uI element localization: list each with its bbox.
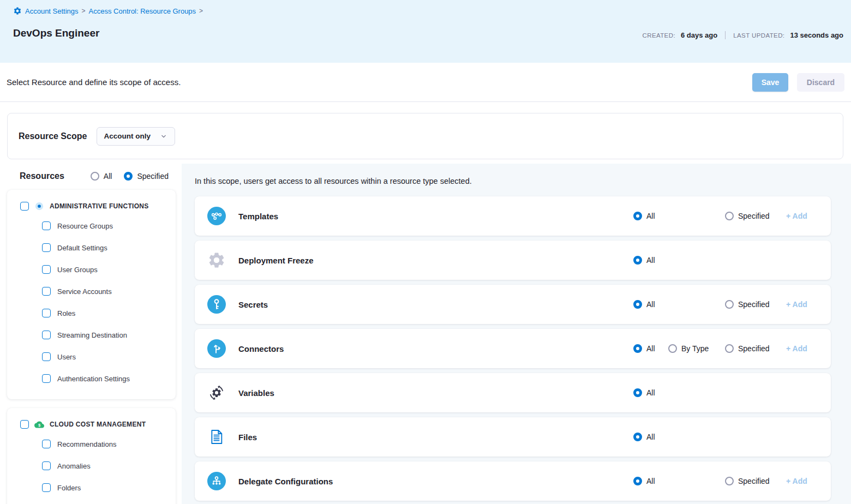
resource-row-label: Deployment Freeze bbox=[238, 256, 314, 265]
group-checkbox[interactable] bbox=[20, 420, 29, 429]
resource-type-item[interactable]: Recommendations bbox=[7, 433, 176, 455]
radio-all[interactable]: All bbox=[633, 300, 668, 309]
resource-type-item[interactable]: Default Settings bbox=[7, 237, 176, 259]
item-label: Folders bbox=[57, 484, 81, 492]
radio-circle[interactable] bbox=[633, 388, 642, 397]
header-meta: CREATED: 6 days ago LAST UPDATED: 13 sec… bbox=[643, 31, 844, 39]
radio-all[interactable]: All bbox=[633, 256, 668, 265]
radio-circle[interactable] bbox=[633, 477, 642, 485]
radio-circle[interactable] bbox=[633, 433, 642, 441]
resource-type-item[interactable]: Service Accounts bbox=[7, 280, 176, 302]
radio-circle[interactable] bbox=[633, 300, 642, 309]
item-label: Default Settings bbox=[57, 244, 107, 252]
discard-button[interactable]: Discard bbox=[797, 73, 844, 92]
resource-type-item[interactable]: Users bbox=[7, 346, 176, 368]
radio-label: Specified bbox=[738, 477, 770, 485]
resource-group-card: $ CLOUD COST MANAGEMENT Recommendations … bbox=[7, 408, 176, 504]
breadcrumb-separator: > bbox=[82, 7, 86, 15]
resource-scope-card: Resource Scope Account only bbox=[7, 113, 843, 159]
row-scope-controls: All By Type Specified + Add bbox=[633, 344, 809, 353]
resource-type-item[interactable]: Streaming Destination bbox=[7, 324, 176, 346]
item-label: User Groups bbox=[57, 266, 98, 274]
item-checkbox[interactable] bbox=[42, 374, 51, 383]
radio-label: Specified bbox=[738, 344, 770, 353]
admin-functions-icon bbox=[34, 201, 44, 211]
item-label: Streaming Destination bbox=[57, 331, 127, 339]
resource-row-label: Files bbox=[238, 433, 257, 442]
resource-scope-value: Account only bbox=[104, 132, 151, 140]
templates-icon bbox=[207, 206, 226, 226]
item-checkbox[interactable] bbox=[42, 461, 51, 470]
item-checkbox[interactable] bbox=[42, 440, 51, 448]
group-checkbox[interactable] bbox=[20, 202, 29, 211]
item-checkbox[interactable] bbox=[42, 331, 51, 339]
radio-circle[interactable] bbox=[91, 172, 99, 181]
breadcrumb-link[interactable]: Account Settings bbox=[25, 7, 79, 15]
radio-all[interactable]: All bbox=[633, 212, 668, 220]
item-checkbox[interactable] bbox=[42, 309, 51, 317]
radio-label: All bbox=[646, 344, 655, 353]
created-value: 6 days ago bbox=[681, 31, 717, 39]
add-button[interactable]: + Add bbox=[786, 300, 807, 309]
resources-panel: Resources All Specified ADMINISTRATIVE F… bbox=[7, 164, 182, 504]
secrets-icon bbox=[207, 295, 226, 314]
radio-label: All bbox=[646, 212, 655, 220]
created-label: CREATED: bbox=[643, 32, 676, 39]
settings-gear-icon bbox=[13, 7, 22, 15]
resource-scope-select[interactable]: Account only bbox=[97, 127, 175, 146]
save-button[interactable]: Save bbox=[752, 73, 788, 92]
radio-all[interactable]: All bbox=[633, 388, 668, 397]
radio-specified[interactable]: Specified bbox=[725, 344, 786, 353]
radio-label: All bbox=[646, 300, 655, 309]
add-button[interactable]: + Add bbox=[786, 477, 807, 485]
page-header: Account Settings>Access Control: Resourc… bbox=[0, 0, 851, 63]
resource-type-item[interactable]: Authentication Settings bbox=[7, 368, 176, 389]
radio-specified[interactable]: Specified bbox=[725, 300, 786, 309]
radio-all-resources[interactable]: All bbox=[91, 172, 112, 181]
resources-header: Resources All Specified bbox=[7, 171, 182, 181]
radio-all[interactable]: All bbox=[633, 477, 668, 485]
item-checkbox[interactable] bbox=[42, 243, 51, 252]
resources-title: Resources bbox=[20, 171, 64, 181]
radio-circle[interactable] bbox=[725, 300, 734, 309]
radio-circle[interactable] bbox=[668, 344, 677, 353]
radio-label: All bbox=[646, 388, 655, 397]
item-label: Recommendations bbox=[57, 440, 116, 448]
item-label: Service Accounts bbox=[57, 287, 112, 296]
row-scope-controls: All Specified + Add bbox=[633, 211, 809, 221]
toolbar-actions: Save Discard bbox=[752, 73, 844, 92]
radio-circle[interactable] bbox=[633, 344, 642, 353]
resource-type-item[interactable]: Roles bbox=[7, 302, 176, 324]
resource-type-item[interactable]: User Groups bbox=[7, 259, 176, 280]
updated-label: LAST UPDATED: bbox=[733, 32, 784, 39]
resource-type-item[interactable]: Folders bbox=[7, 477, 176, 499]
item-checkbox[interactable] bbox=[42, 483, 51, 492]
resource-row: Connectors All By Type Specified + Add bbox=[195, 329, 831, 368]
breadcrumb-link[interactable]: Access Control: Resource Groups bbox=[89, 7, 196, 15]
add-button[interactable]: + Add bbox=[786, 212, 807, 220]
radio-all[interactable]: All bbox=[633, 344, 668, 353]
radio-specified[interactable]: Specified bbox=[725, 212, 786, 220]
radio-specified-resources[interactable]: Specified bbox=[124, 172, 169, 181]
radio-circle[interactable] bbox=[633, 212, 642, 220]
item-label: Roles bbox=[57, 309, 75, 317]
radio-circle[interactable] bbox=[633, 256, 642, 265]
radio-circle[interactable] bbox=[725, 344, 734, 353]
radio-all[interactable]: All bbox=[633, 433, 668, 441]
item-checkbox[interactable] bbox=[42, 352, 51, 361]
radio-circle[interactable] bbox=[725, 477, 734, 485]
radio-bytype[interactable]: By Type bbox=[668, 344, 725, 353]
resource-type-item[interactable]: Anomalies bbox=[7, 455, 176, 477]
item-checkbox[interactable] bbox=[42, 287, 51, 296]
add-button[interactable]: + Add bbox=[786, 344, 807, 353]
item-checkbox[interactable] bbox=[42, 221, 51, 230]
breadcrumb: Account Settings>Access Control: Resourc… bbox=[7, 7, 844, 15]
item-checkbox[interactable] bbox=[42, 265, 51, 274]
radio-circle[interactable] bbox=[124, 172, 133, 181]
radio-circle[interactable] bbox=[725, 212, 734, 220]
radio-specified[interactable]: Specified bbox=[725, 477, 786, 485]
cloud-cost-icon: $ bbox=[34, 419, 44, 429]
resource-type-item[interactable]: Resource Groups bbox=[7, 215, 176, 237]
row-scope-controls: All bbox=[633, 433, 809, 441]
radio-label: By Type bbox=[681, 344, 709, 353]
